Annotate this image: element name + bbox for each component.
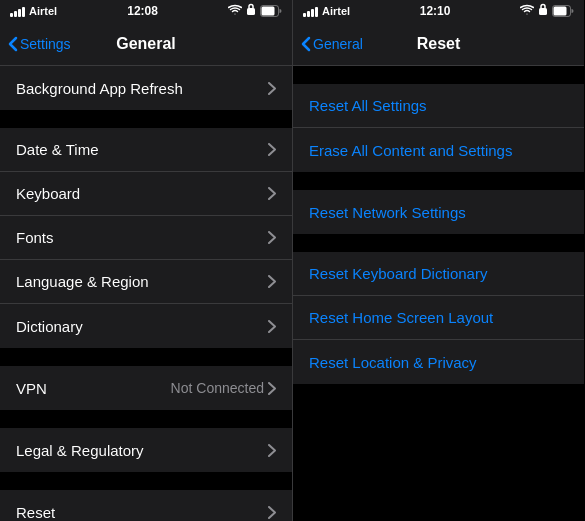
section-reset: Reset bbox=[0, 490, 292, 521]
reset-location-privacy[interactable]: Reset Location & Privacy bbox=[293, 340, 584, 384]
settings-item-fonts[interactable]: Fonts bbox=[0, 216, 292, 260]
time-right: 12:10 bbox=[420, 4, 451, 18]
reset-list: Reset All Settings Erase All Content and… bbox=[293, 66, 584, 521]
settings-item-dictionary[interactable]: Dictionary bbox=[0, 304, 292, 348]
svg-rect-0 bbox=[247, 8, 255, 15]
section-gap-2 bbox=[0, 348, 292, 366]
status-bar-left: Airtel 12:08 bbox=[0, 0, 292, 22]
back-label-right: General bbox=[313, 36, 363, 52]
settings-item-background-app-refresh[interactable]: Background App Refresh bbox=[0, 66, 292, 110]
lock-icon-right bbox=[538, 2, 548, 20]
status-icons-left bbox=[228, 2, 282, 20]
reset-all-settings[interactable]: Reset All Settings bbox=[293, 84, 584, 128]
status-right-left: Airtel bbox=[303, 5, 350, 17]
back-label-left: Settings bbox=[20, 36, 71, 52]
svg-rect-3 bbox=[539, 8, 547, 15]
wifi-icon-left bbox=[228, 2, 242, 20]
settings-item-language-region[interactable]: Language & Region bbox=[0, 260, 292, 304]
status-bar-right: Airtel 12:10 bbox=[293, 0, 584, 22]
signal-bars-right bbox=[303, 5, 318, 17]
reset-section-3: Reset Keyboard Dictionary Reset Home Scr… bbox=[293, 252, 584, 384]
svg-rect-5 bbox=[553, 7, 566, 16]
reset-network-settings[interactable]: Reset Network Settings bbox=[293, 190, 584, 234]
status-left: Airtel bbox=[10, 5, 57, 17]
reset-keyboard-dictionary[interactable]: Reset Keyboard Dictionary bbox=[293, 252, 584, 296]
lock-icon-left bbox=[246, 2, 256, 20]
page-title-left: General bbox=[116, 35, 176, 53]
settings-item-keyboard[interactable]: Keyboard bbox=[0, 172, 292, 216]
page-title-right: Reset bbox=[417, 35, 461, 53]
battery-icon-left bbox=[260, 5, 282, 17]
nav-bar-left: Settings General bbox=[0, 22, 292, 66]
settings-item-reset[interactable]: Reset bbox=[0, 490, 292, 521]
reset-section-1: Reset All Settings Erase All Content and… bbox=[293, 84, 584, 172]
section-gap-r2 bbox=[293, 172, 584, 190]
time-left: 12:08 bbox=[127, 4, 158, 18]
reset-settings-panel: Airtel 12:10 bbox=[292, 0, 584, 521]
settings-item-date-time[interactable]: Date & Time bbox=[0, 128, 292, 172]
vpn-value: Not Connected bbox=[171, 380, 264, 396]
back-button-right[interactable]: General bbox=[301, 36, 363, 52]
signal-bars-left bbox=[10, 5, 25, 17]
reset-section-2: Reset Network Settings bbox=[293, 190, 584, 234]
carrier-right: Airtel bbox=[322, 5, 350, 17]
section-gap-r1 bbox=[293, 66, 584, 84]
status-icons-right bbox=[520, 2, 574, 20]
general-settings-panel: Airtel 12:08 bbox=[0, 0, 292, 521]
section-general-mid: Date & Time Keyboard Fonts Language & Re… bbox=[0, 128, 292, 348]
carrier-left: Airtel bbox=[29, 5, 57, 17]
section-vpn: VPN Not Connected bbox=[0, 366, 292, 410]
section-bottom: Legal & Regulatory bbox=[0, 428, 292, 472]
settings-item-legal[interactable]: Legal & Regulatory bbox=[0, 428, 292, 472]
battery-icon-right bbox=[552, 5, 574, 17]
wifi-icon-right bbox=[520, 2, 534, 20]
back-button-left[interactable]: Settings bbox=[8, 36, 71, 52]
section-gap-4 bbox=[0, 472, 292, 490]
settings-item-vpn[interactable]: VPN Not Connected bbox=[0, 366, 292, 410]
section-gap-1 bbox=[0, 110, 292, 128]
section-gap-r3 bbox=[293, 234, 584, 252]
svg-rect-2 bbox=[261, 7, 274, 16]
settings-list-left: Background App Refresh Date & Time Keybo… bbox=[0, 66, 292, 521]
section-general-top: Background App Refresh bbox=[0, 66, 292, 110]
section-gap-3 bbox=[0, 410, 292, 428]
nav-bar-right: General Reset bbox=[293, 22, 584, 66]
erase-all-content[interactable]: Erase All Content and Settings bbox=[293, 128, 584, 172]
reset-home-screen-layout[interactable]: Reset Home Screen Layout bbox=[293, 296, 584, 340]
